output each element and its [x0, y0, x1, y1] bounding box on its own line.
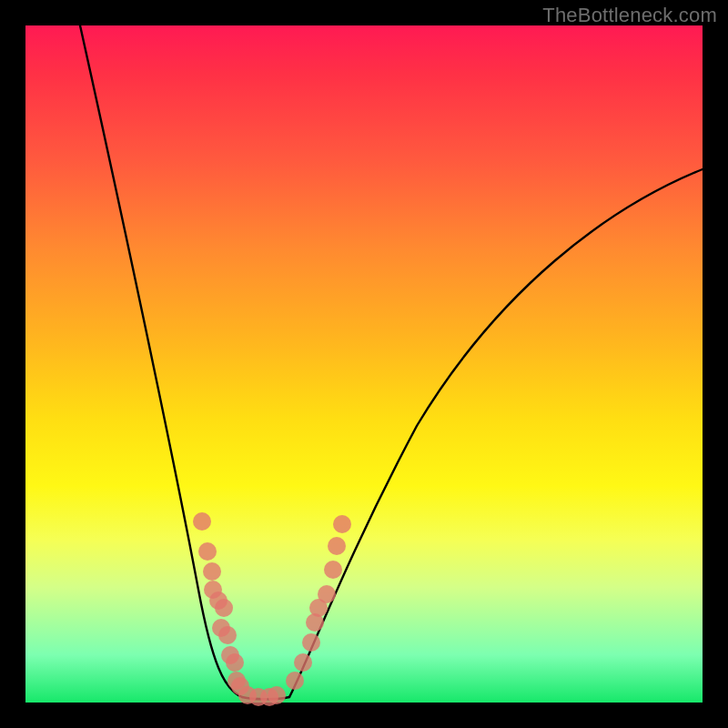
- data-dot: [193, 512, 211, 531]
- left-dot-cluster: [193, 512, 286, 706]
- data-dot: [324, 561, 342, 579]
- plot-area: [25, 25, 703, 703]
- curve-right: [289, 169, 703, 697]
- data-dot: [294, 653, 312, 672]
- data-dot: [226, 653, 244, 672]
- data-dot: [218, 626, 237, 644]
- data-dot: [286, 672, 304, 690]
- chart-svg: [25, 25, 703, 703]
- data-dot: [198, 542, 217, 561]
- data-dot: [203, 562, 221, 581]
- data-dot: [333, 515, 351, 533]
- data-dot: [268, 686, 286, 704]
- data-dot: [318, 585, 336, 603]
- data-dot: [215, 599, 233, 617]
- data-dot: [328, 537, 346, 555]
- right-dot-cluster: [286, 515, 351, 690]
- watermark-text: TheBottleneck.com: [542, 4, 717, 27]
- data-dot: [302, 633, 320, 652]
